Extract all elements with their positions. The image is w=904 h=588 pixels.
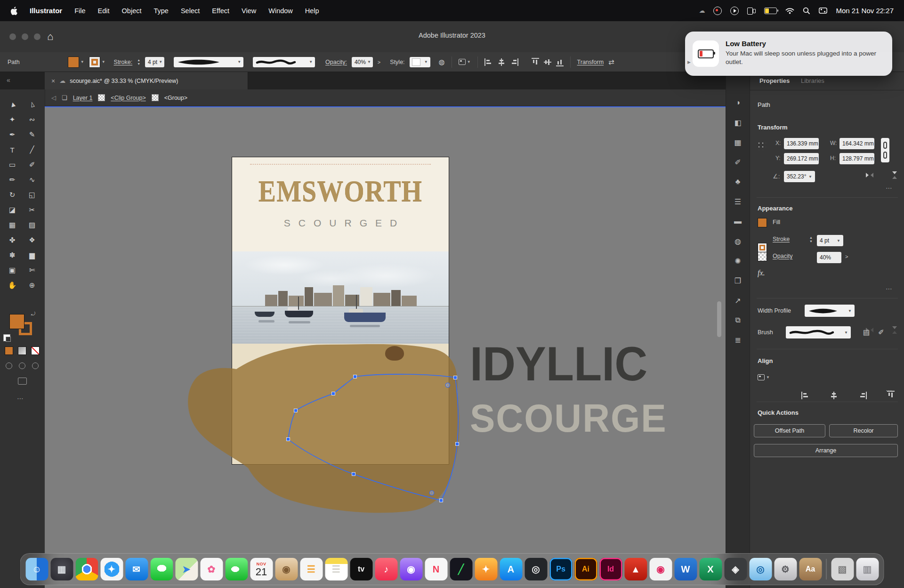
gradient-tool[interactable]: ▨ [22,217,42,233]
back-arrow-icon[interactable] [51,94,56,101]
dock-icon-preview[interactable]: ◎ [749,558,772,580]
artboards-panel-icon[interactable]: ⧉ [726,310,750,330]
swatches-panel-icon[interactable]: ▦ [726,132,750,152]
color-panel-icon[interactable]: ◑ [726,93,750,113]
pencil-tool[interactable]: ✏ [2,172,22,187]
close-tab-icon[interactable] [51,77,55,85]
tab-libraries[interactable]: Libraries [801,77,824,84]
menu-item-help[interactable]: Help [305,7,319,15]
cloud-status-icon[interactable] [699,7,705,14]
arrange-button[interactable]: Arrange [754,444,898,457]
mesh-tool[interactable]: ▦ [2,217,22,233]
scale-tool[interactable]: ◱ [22,187,42,202]
color-guide-panel-icon[interactable]: ◧ [726,113,750,132]
transparency-panel-icon[interactable]: ◍ [726,231,750,251]
brush-libraries-icon[interactable]: ▤ [863,328,870,337]
apple-logo-icon[interactable] [10,7,17,15]
dock-icon-illustrator[interactable]: Ai [574,558,597,580]
none-button[interactable] [31,346,40,355]
dock-icon-excel[interactable]: X [699,558,722,580]
align-bottom-icon[interactable] [556,58,564,66]
screen-mode-icon[interactable] [18,378,27,385]
align-to-selection-dropdown[interactable] [758,374,770,380]
brush-dropdown[interactable] [786,326,851,338]
dock-icon-launchpad[interactable]: ▦ [50,558,73,580]
menu-item-select[interactable]: Select [181,7,200,15]
tab-properties[interactable]: Properties [759,77,790,84]
slice-tool[interactable]: ✄ [22,263,42,278]
collapse-panel-icon[interactable] [7,76,10,84]
spotlight-search-icon[interactable] [803,7,810,15]
lasso-tool[interactable]: ∾ [22,112,42,127]
default-fill-stroke-icon[interactable] [3,334,10,341]
dock-icon-orange-star-app[interactable]: ✦ [475,558,497,580]
style-dropdown[interactable] [410,57,430,67]
menu-item-file[interactable]: File [74,7,85,15]
flip-across-icon[interactable] [891,326,898,334]
dock-icon-mail[interactable]: ✉ [125,558,148,580]
w-field[interactable]: 164.342 mm [839,138,874,149]
menu-item-window[interactable]: Window [268,7,293,15]
fill-color-indicator[interactable] [9,314,24,329]
stroke-link[interactable]: Stroke [773,236,790,242]
opacity-panel-arrow-icon[interactable] [845,254,848,259]
dock-icon-facetime[interactable] [225,558,248,580]
dock-icon-news[interactable]: N [425,558,447,580]
brush-options-icon[interactable]: ✐ [878,328,884,337]
dock-icon-creative-cloud[interactable]: ◉ [649,558,672,580]
dock-icon-chrome[interactable] [75,558,98,580]
dock-icon-roblox[interactable]: ◈ [724,558,747,580]
graphic-styles-panel-icon[interactable]: ❐ [726,271,750,290]
offset-path-button[interactable]: Offset Path [754,424,825,437]
dock-icon-music[interactable]: ♪ [375,558,397,580]
more-options-icon[interactable] [886,387,893,394]
control-center-icon[interactable] [819,8,827,14]
h-field[interactable]: 128.797 mm [839,153,874,164]
stroke-weight-field[interactable]: 4 pt [145,57,164,67]
curvature-tool[interactable]: ✎ [22,127,42,142]
play-status-icon[interactable] [730,7,739,15]
recolor-artwork-icon[interactable]: ◍ [439,58,445,66]
dock-icon-stocks[interactable]: ╱ [450,558,472,580]
more-options-icon[interactable] [886,285,893,292]
constrain-proportions-icon[interactable] [881,138,889,162]
dock-icon-image-document[interactable]: ▧ [831,558,854,580]
stroke-panel-icon[interactable]: ☰ [726,192,750,211]
dock-icon-app-store[interactable]: A [500,558,522,580]
menu-item-edit[interactable]: Edit [98,7,110,15]
recolor-button[interactable]: Recolor [829,424,898,437]
menu-item-view[interactable]: View [242,7,256,15]
align-right-icon[interactable] [858,392,867,399]
zoom-tool[interactable]: ⊕ [22,278,42,293]
draw-normal-icon[interactable] [6,362,12,369]
dock-icon-system-settings[interactable]: ⚙ [774,558,797,580]
draw-behind-icon[interactable] [19,362,25,369]
brush-dropdown[interactable] [253,57,315,67]
dock-icon-indesign[interactable]: Id [599,558,622,580]
dock-icon-messages[interactable] [150,558,173,580]
dock-icon-word[interactable]: W [674,558,697,580]
width-profile-dropdown[interactable] [174,57,243,67]
shaper-tool[interactable]: ∿ [22,172,42,187]
opacity-panel-arrow-icon[interactable] [378,59,380,65]
breadcrumb-clip-group[interactable]: <Clip Group> [111,95,145,101]
dock-icon-dictionary[interactable]: Aa [799,558,822,580]
dock-icon-finder[interactable]: ☺ [25,558,48,580]
dock-icon-podcasts[interactable]: ◉ [400,558,422,580]
stroke-swatch-icon[interactable] [758,243,767,252]
isolate-icon[interactable]: ⇄ [608,58,614,66]
opacity-swatch-icon[interactable] [758,252,767,261]
flip-vertical-icon[interactable] [891,171,898,179]
color-button[interactable] [5,346,13,355]
width-profile-dropdown[interactable] [805,305,855,317]
align-right-icon[interactable] [510,58,518,66]
document-tab[interactable]: scourge.aic* @ 33.33 % (CMYK/Preview) [45,72,248,89]
wifi-icon[interactable] [785,8,794,14]
dock-icon-apple-tv[interactable]: tv [350,558,372,580]
canvas-scrollbar[interactable] [717,301,721,337]
dock-icon-notes[interactable]: ☰ [325,558,347,580]
menubar-clock[interactable]: Mon 21 Nov 22:27 [836,7,894,15]
appearance-panel-icon[interactable]: ✺ [726,251,750,271]
export-panel-icon[interactable]: ↗ [726,290,750,310]
stroke-weight-stepper[interactable] [809,236,813,243]
